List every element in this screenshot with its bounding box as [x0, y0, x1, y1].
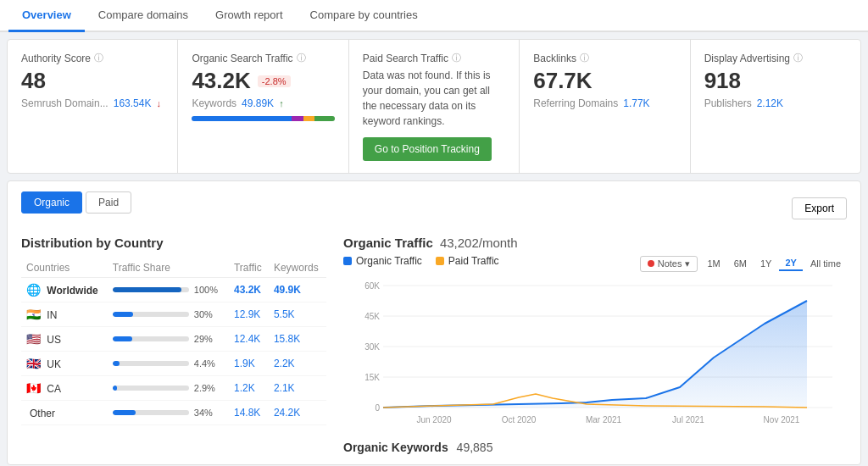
svg-text:15K: 15K — [364, 373, 380, 382]
svg-text:45K: 45K — [364, 312, 380, 321]
table-row: 🇺🇸 US 29% 12.4K 15.8K — [21, 327, 326, 352]
table-row: 🇨🇦 CA 2.9% 1.2K 2.1K — [21, 376, 326, 401]
time-6m[interactable]: 6M — [728, 257, 753, 270]
tab-paid[interactable]: Paid — [86, 191, 131, 214]
legend-organic-dot — [343, 257, 352, 265]
time-2y[interactable]: 2Y — [779, 256, 802, 271]
svg-text:30K: 30K — [364, 342, 380, 352]
backlinks-value: 67.7K — [533, 68, 676, 94]
time-1m[interactable]: 1M — [701, 257, 726, 270]
legend-paid-label: Paid Traffic — [448, 255, 499, 267]
paid-info-icon[interactable]: ⓘ — [452, 52, 461, 64]
legend-paid-dot — [436, 257, 444, 265]
organic-progress-bar — [192, 116, 334, 121]
traffic-cell: 1.2K — [229, 376, 269, 401]
metric-authority: Authority Score ⓘ 48 Semrush Domain... 1… — [8, 40, 178, 173]
traffic-cell: 14.8K — [229, 401, 269, 425]
col-keywords: Keywords — [269, 258, 326, 278]
traffic-chart: 60K 45K 30K 15K 0 Jun 2020 Oct 2020 Mar … — [343, 277, 847, 430]
authority-info-icon[interactable]: ⓘ — [94, 52, 103, 64]
organic-badge: -2.8% — [258, 75, 291, 87]
tab-compare-domains[interactable]: Compare domains — [85, 0, 202, 32]
metrics-row: Authority Score ⓘ 48 Semrush Domain... 1… — [7, 39, 861, 174]
traffic-cell: 12.9K — [229, 302, 269, 327]
pb-blue — [192, 116, 292, 121]
metric-backlinks: Backlinks ⓘ 67.7K Referring Domains 1.77… — [520, 40, 690, 173]
organic-info-icon[interactable]: ⓘ — [297, 52, 306, 64]
display-value: 918 — [704, 68, 847, 94]
share-cell: 4.4% — [108, 352, 229, 376]
go-to-position-tracking-button[interactable]: Go to Position Tracking — [363, 137, 492, 161]
table-row: 🌐 Worldwide 100% 43.2K 49.9K — [21, 278, 326, 302]
authority-sub-label: Semrush Domain... — [21, 97, 108, 109]
country-cell: 🌐 Worldwide — [21, 278, 108, 302]
pb-yellow — [303, 116, 314, 121]
organic-label: Organic Search Traffic — [192, 53, 292, 64]
svg-text:0: 0 — [375, 403, 380, 413]
tab-organic[interactable]: Organic — [21, 191, 82, 214]
pb-green — [314, 116, 335, 121]
legend-organic: Organic Traffic — [343, 255, 422, 267]
svg-text:Oct 2020: Oct 2020 — [502, 415, 537, 424]
tab-growth-report[interactable]: Growth report — [202, 0, 296, 32]
metric-display: Display Advertising ⓘ 918 Publishers 2.1… — [691, 40, 860, 173]
authority-label: Authority Score — [21, 53, 91, 64]
authority-sub-value[interactable]: 163.54K — [114, 97, 152, 109]
tab-compare-countries[interactable]: Compare by countries — [297, 0, 431, 32]
notes-label: Notes — [658, 258, 682, 269]
keywords-cell: 15.8K — [269, 327, 326, 352]
distribution-title: Distribution by Country — [21, 236, 326, 250]
organic-kw-value[interactable]: 49.89K — [242, 97, 274, 109]
display-label: Display Advertising — [704, 53, 790, 64]
backlinks-sub-value[interactable]: 1.77K — [623, 97, 649, 109]
authority-arrow: ↓ — [156, 98, 161, 108]
table-row: 🇬🇧 UK 4.4% 1.9K 2.2K — [21, 352, 326, 376]
country-cell: 🇮🇳 IN — [21, 302, 108, 327]
country-cell: 🇬🇧 UK — [21, 352, 108, 376]
chart-title: Organic Traffic — [343, 236, 433, 250]
traffic-cell: 12.4K — [229, 327, 269, 352]
share-cell: 29% — [108, 327, 229, 352]
keywords-cell: 2.2K — [269, 352, 326, 376]
time-controls: 1M 6M 1Y 2Y All time — [701, 256, 847, 271]
time-1y[interactable]: 1Y — [754, 257, 777, 270]
organic-kw-arrow: ↑ — [279, 98, 284, 108]
main-section: Organic Paid Export Distribution by Coun… — [7, 180, 861, 465]
pb-purple — [292, 116, 303, 121]
export-button[interactable]: Export — [792, 197, 847, 219]
chart-container: 60K 45K 30K 15K 0 Jun 2020 Oct 2020 Mar … — [343, 277, 847, 432]
traffic-cell: 1.9K — [229, 352, 269, 376]
display-sub-label: Publishers — [704, 97, 752, 109]
backlinks-label: Backlinks — [533, 53, 576, 64]
notes-button[interactable]: Notes ▾ — [640, 256, 698, 272]
organic-keywords-label: Organic Keywords — [343, 441, 448, 454]
col-countries: Countries — [21, 258, 108, 278]
share-cell: 100% — [108, 278, 229, 302]
authority-value: 48 — [21, 68, 164, 94]
country-cell: 🇺🇸 US — [21, 327, 108, 352]
notes-chevron: ▾ — [685, 258, 690, 269]
content-row: Distribution by Country Countries Traffi… — [21, 236, 847, 454]
time-all[interactable]: All time — [804, 257, 847, 270]
keywords-cell: 5.5K — [269, 302, 326, 327]
keywords-cell: 2.1K — [269, 376, 326, 401]
tab-overview[interactable]: Overview — [8, 0, 85, 32]
svg-text:Nov 2021: Nov 2021 — [764, 415, 800, 424]
backlinks-info-icon[interactable]: ⓘ — [580, 52, 589, 64]
paid-message: Data was not found. If this is your doma… — [363, 68, 505, 129]
svg-text:Jun 2020: Jun 2020 — [416, 415, 452, 424]
legend-organic-label: Organic Traffic — [356, 255, 422, 267]
display-sub-value[interactable]: 2.12K — [757, 97, 783, 109]
metric-paid: Paid Search Traffic ⓘ Data was not found… — [349, 40, 520, 173]
legend-paid: Paid Traffic — [436, 255, 499, 267]
notes-dot — [648, 260, 654, 267]
country-cell: 🇨🇦 CA — [21, 376, 108, 401]
distribution-table: Countries Traffic Share Traffic Keywords… — [21, 258, 326, 425]
share-cell: 30% — [108, 302, 229, 327]
backlinks-sub-label: Referring Domains — [533, 97, 618, 109]
share-cell: 34% — [108, 401, 229, 425]
keywords-cell: 49.9K — [269, 278, 326, 302]
organic-keywords-row: Organic Keywords 49,885 — [343, 441, 847, 454]
chart-value: 43,202/month — [440, 236, 518, 250]
display-info-icon[interactable]: ⓘ — [793, 52, 803, 64]
